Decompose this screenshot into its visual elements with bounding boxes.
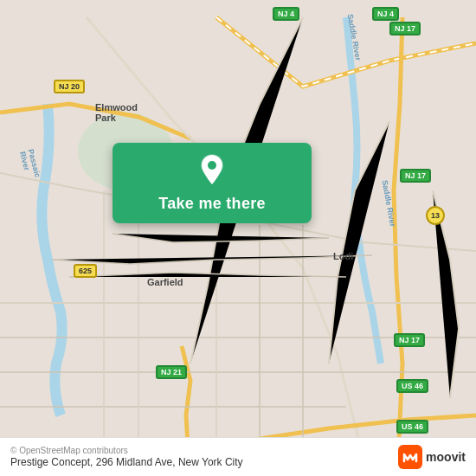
address-text: Prestige Concept, 296 Midland Ave, New Y… bbox=[10, 456, 243, 468]
svg-point-13 bbox=[208, 161, 216, 170]
r625-badge: 625 bbox=[74, 264, 97, 278]
take-me-there-label: Take me there bbox=[158, 195, 266, 213]
moovit-logo[interactable]: moovit bbox=[398, 445, 466, 469]
lodi-label: Lodi bbox=[333, 251, 353, 261]
pin-icon bbox=[198, 153, 226, 190]
garfield-label: Garfield bbox=[147, 277, 183, 287]
r13-badge: 13 bbox=[426, 206, 445, 225]
take-me-there-button[interactable]: Take me there bbox=[113, 143, 312, 223]
elmwood-park-label: ElmwoodPark bbox=[95, 102, 138, 123]
nj17-bot-badge: NJ 17 bbox=[394, 333, 425, 347]
nj4-badge-2: NJ 4 bbox=[372, 7, 399, 21]
nj20-badge: NJ 20 bbox=[54, 80, 85, 93]
nj4-badge-1: NJ 4 bbox=[273, 7, 299, 21]
moovit-text: moovit bbox=[426, 450, 466, 464]
nj17-mid-badge: NJ 17 bbox=[400, 169, 431, 183]
us46-top-badge: US 46 bbox=[396, 379, 428, 393]
map-container: NJ 4 NJ 4 NJ 20 NJ 17 NJ 17 NJ 17 625 NJ… bbox=[0, 0, 476, 476]
moovit-icon bbox=[398, 445, 422, 469]
nj17-top-badge: NJ 17 bbox=[389, 22, 421, 35]
us46-bot-badge: US 46 bbox=[396, 420, 428, 434]
bottom-bar-left: © OpenStreetMap contributors Prestige Co… bbox=[10, 446, 243, 468]
copyright-text: © OpenStreetMap contributors bbox=[10, 446, 243, 455]
nj21-badge: NJ 21 bbox=[156, 365, 187, 379]
map-svg bbox=[0, 0, 476, 476]
bottom-bar: © OpenStreetMap contributors Prestige Co… bbox=[0, 437, 476, 476]
